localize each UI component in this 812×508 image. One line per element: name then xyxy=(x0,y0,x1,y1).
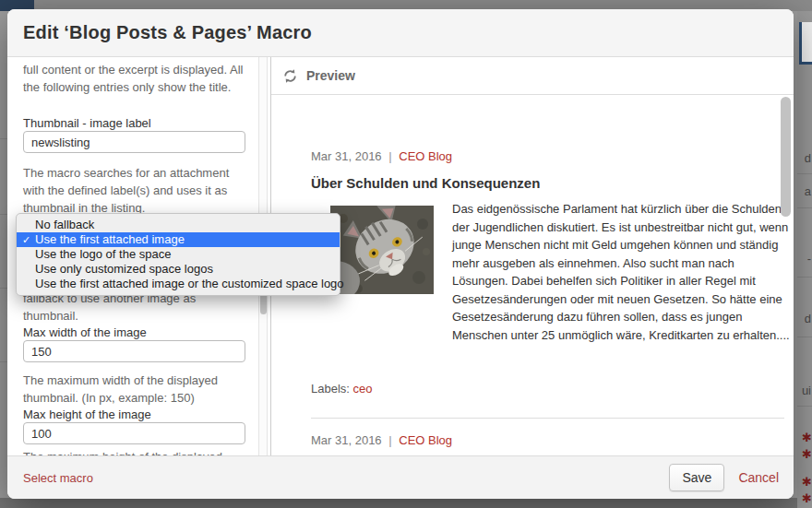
preview-scrollbar-thumb[interactable] xyxy=(781,97,791,217)
dropdown-option-customized-space-logos[interactable]: Use only customized space logos xyxy=(17,262,340,277)
post-date: Mar 31, 2016 xyxy=(311,433,382,447)
background-text-fragment: d xyxy=(805,312,811,325)
fallback-dropdown-menu: No fallback ✓ Use the first attached ima… xyxy=(16,213,340,296)
max-width-input[interactable] xyxy=(23,340,245,362)
background-line xyxy=(797,207,812,208)
post-excerpt: Das eidgenössische Parlament hat kürzlic… xyxy=(452,200,790,344)
post-date: Mar 31, 2016 xyxy=(311,149,382,163)
background-line xyxy=(0,214,7,215)
macro-edit-dialog: Edit ‘Blog Posts & Pages’ Macro full con… xyxy=(7,9,794,499)
post-labels: Labels: ceo xyxy=(311,382,373,396)
background-red-glyph-icon: ✱ xyxy=(802,492,812,504)
max-height-field-label: Max height of the image xyxy=(23,408,151,421)
select-macro-link[interactable]: Select macro xyxy=(23,471,93,485)
dialog-header: Edit ‘Blog Posts & Pages’ Macro xyxy=(7,9,794,57)
background-line xyxy=(797,277,812,278)
cat-thumbnail-image xyxy=(330,206,434,294)
dropdown-option-no-fallback[interactable]: No fallback xyxy=(17,218,340,232)
dropdown-option-space-logo[interactable]: Use the logo of the space xyxy=(17,247,340,262)
save-button[interactable]: Save xyxy=(669,464,724,491)
labels-caption: Labels: xyxy=(311,382,350,396)
meta-separator: | xyxy=(388,149,391,163)
preview-header: Preview xyxy=(271,57,794,95)
background-bottom-band xyxy=(0,498,812,508)
thumbnail-label-field-label: Thumbnail - image label xyxy=(23,116,151,130)
max-width-help-text: The maximum width of the displayed thumb… xyxy=(23,372,245,407)
background-line xyxy=(797,406,812,407)
background-line xyxy=(0,288,7,289)
post-meta: Mar 31, 2016 | CEO Blog xyxy=(311,149,452,163)
refresh-icon[interactable] xyxy=(282,68,298,84)
post-divider xyxy=(311,418,784,419)
blog-link[interactable]: CEO Blog xyxy=(399,149,452,163)
background-text-fragment: ui xyxy=(802,384,811,397)
background-line xyxy=(797,173,812,174)
thumbnail-label-input[interactable] xyxy=(23,131,245,153)
background-text-fragment: d xyxy=(805,151,811,165)
max-height-input[interactable] xyxy=(23,422,245,444)
background-text-fragment: a xyxy=(805,184,811,198)
check-icon: ✓ xyxy=(22,232,30,247)
background-line xyxy=(0,138,7,139)
blog-link[interactable]: CEO Blog xyxy=(399,433,452,447)
cancel-link[interactable]: Cancel xyxy=(738,470,779,485)
background-red-glyph-icon: ✱ xyxy=(802,476,812,488)
post-title: Über Schulden und Konsequenzen xyxy=(311,175,540,191)
background-line xyxy=(0,361,7,362)
dropdown-option-first-attached-image[interactable]: ✓ Use the first attached image xyxy=(17,232,340,247)
background-red-glyph-icon: ✱ xyxy=(802,431,812,443)
label-link-ceo[interactable]: ceo xyxy=(353,382,373,396)
background-red-glyph-icon: ✱ xyxy=(802,448,812,460)
max-width-field-label: Max width of the image xyxy=(23,325,147,339)
max-height-help-text: The maximum height of the displayed xyxy=(23,448,245,455)
dialog-title: Edit ‘Blog Posts & Pages’ Macro xyxy=(23,22,312,43)
preview-title: Preview xyxy=(306,68,355,83)
dialog-footer: Select macro Save Cancel xyxy=(7,455,794,499)
intro-help-text: full content or the excerpt is displayed… xyxy=(23,61,245,96)
background-editor-fragment xyxy=(799,22,812,65)
thumbnail-help-text: The macro searches for an attachment wit… xyxy=(23,164,245,217)
preview-content: Mar 31, 2016 | CEO Blog Über Schulden un… xyxy=(271,96,794,455)
meta-separator: | xyxy=(388,433,391,447)
post-meta: Mar 31, 2016 | CEO Blog xyxy=(311,433,452,447)
background-text-fragment: - xyxy=(807,252,811,266)
background-line xyxy=(797,337,812,337)
preview-panel: Preview Mar 31, 2016 | CEO Blog Über Sch… xyxy=(271,57,794,455)
dropdown-option-first-attached-or-space-logo[interactable]: Use the first attached image or the cust… xyxy=(17,277,340,291)
